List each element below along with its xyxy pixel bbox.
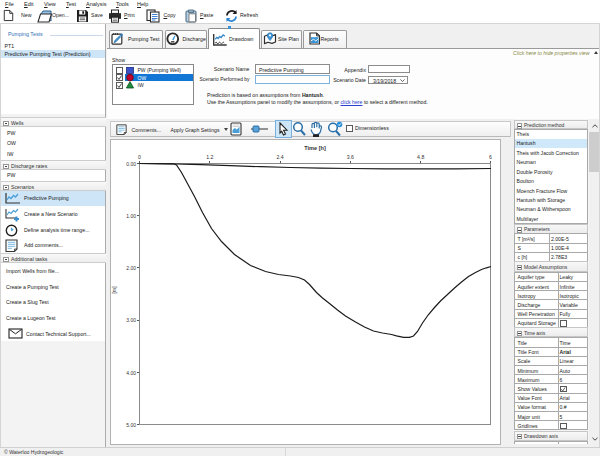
svg-text:4.8: 4.8 bbox=[417, 154, 424, 160]
svg-text:Time [h]: Time [h] bbox=[304, 145, 326, 151]
svg-text:0: 0 bbox=[138, 154, 141, 160]
svg-text:3.6: 3.6 bbox=[347, 154, 354, 160]
svg-text:0.00: 0.00 bbox=[126, 161, 136, 167]
svg-text:1.00: 1.00 bbox=[126, 213, 136, 219]
svg-text:5.00: 5.00 bbox=[126, 422, 136, 428]
svg-text:1.2: 1.2 bbox=[206, 154, 213, 160]
svg-text:2.4: 2.4 bbox=[276, 154, 283, 160]
svg-text:3.00: 3.00 bbox=[126, 317, 136, 323]
svg-text:2.00: 2.00 bbox=[126, 265, 136, 271]
svg-text:4.00: 4.00 bbox=[126, 370, 136, 376]
svg-text:6: 6 bbox=[489, 154, 492, 160]
svg-text:[m]: [m] bbox=[111, 286, 117, 294]
